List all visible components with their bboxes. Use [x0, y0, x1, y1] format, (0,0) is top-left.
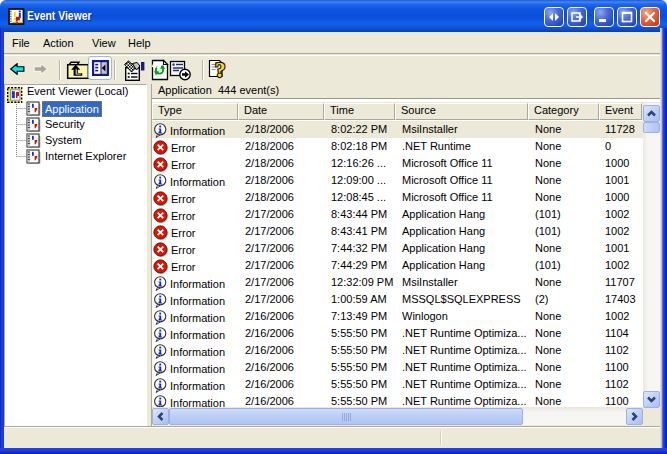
svg-text:?: ? [215, 58, 226, 81]
